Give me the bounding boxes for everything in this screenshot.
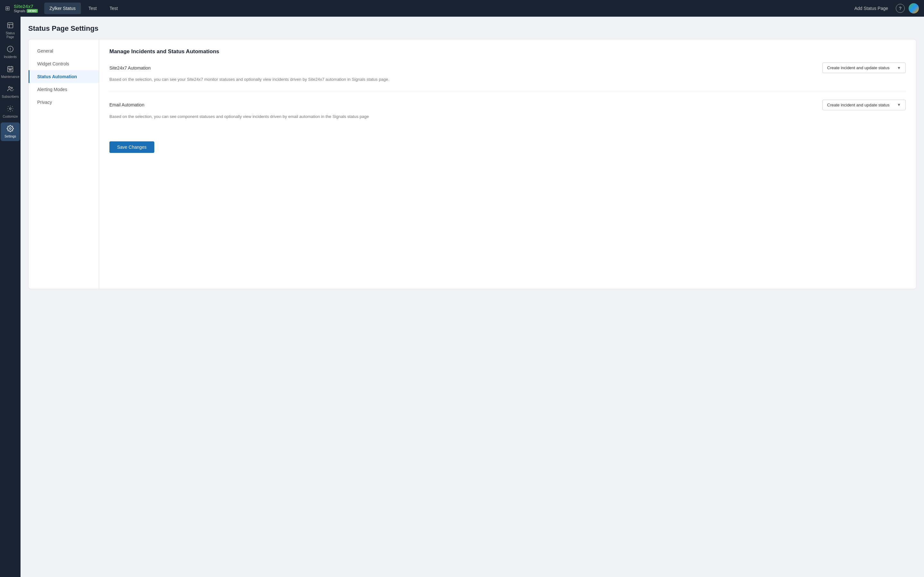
- brand-name: Site24x7: [14, 4, 38, 9]
- sidebar-item-label: Settings: [5, 135, 16, 139]
- nav-tab-test1[interactable]: Test: [83, 3, 102, 14]
- sidebar: Status Page ! Incidents Maintenance Subs…: [0, 17, 21, 577]
- svg-text:!: !: [10, 47, 11, 52]
- save-area: Save Changes: [110, 135, 906, 153]
- brand: Site24x7 Signals DEMO: [14, 4, 38, 13]
- nav-tab-zylker[interactable]: Zylker Status: [44, 3, 81, 14]
- automation-header: Email Automation Create incident and upd…: [110, 100, 906, 110]
- sidebar-item-label: Incidents: [4, 55, 17, 59]
- sidebar-item-settings[interactable]: Settings: [1, 122, 20, 141]
- settings-nav-status-automation[interactable]: Status Automation: [29, 70, 99, 83]
- nav-right: Add Status Page ?: [851, 3, 919, 13]
- customize-icon: [7, 105, 14, 114]
- site24x7-automation-row: Site24x7 Automation Create incident and …: [110, 63, 906, 83]
- email-select-value: Create incident and update status: [827, 103, 889, 107]
- add-status-page-button[interactable]: Add Status Page: [851, 4, 892, 13]
- avatar[interactable]: [909, 3, 919, 13]
- settings-nav-privacy[interactable]: Privacy: [29, 96, 99, 109]
- sidebar-item-incidents[interactable]: ! Incidents: [1, 43, 20, 61]
- divider: [110, 92, 906, 92]
- sidebar-item-subscribers[interactable]: Subscribers: [1, 83, 20, 101]
- automation-header: Site24x7 Automation Create incident and …: [110, 63, 906, 73]
- email-automation-label: Email Automation: [110, 102, 144, 107]
- settings-content: Manage Incidents and Status Automations …: [99, 39, 916, 289]
- nav-tab-test2[interactable]: Test: [104, 3, 123, 14]
- sidebar-item-label: Subscribers: [2, 95, 19, 99]
- maintenance-icon: [7, 65, 14, 74]
- site24x7-automation-select[interactable]: Create incident and update status ▼: [822, 63, 906, 73]
- settings-icon: [7, 125, 14, 134]
- section-title: Manage Incidents and Status Automations: [110, 48, 906, 55]
- settings-nav-general[interactable]: General: [29, 45, 99, 57]
- email-automation-desc: Based on the selection, you can see comp…: [110, 113, 906, 120]
- svg-point-13: [11, 87, 13, 89]
- site24x7-automation-desc: Based on the selection, you can see your…: [110, 76, 906, 83]
- chevron-down-icon: ▼: [897, 66, 901, 70]
- sidebar-item-maintenance[interactable]: Maintenance: [1, 63, 20, 81]
- svg-point-14: [9, 108, 11, 110]
- site24x7-automation-label: Site24x7 Automation: [110, 65, 150, 71]
- subscribers-icon: [7, 85, 14, 94]
- email-automation-select[interactable]: Create incident and update status ▼: [822, 100, 906, 110]
- incidents-icon: !: [7, 45, 14, 54]
- chevron-down-icon: ▼: [897, 103, 901, 107]
- svg-point-12: [9, 87, 11, 89]
- top-nav: ⊞ Site24x7 Signals DEMO Zylker Status Te…: [0, 0, 924, 17]
- status-page-icon: [7, 22, 14, 31]
- sidebar-item-status-page[interactable]: Status Page: [1, 19, 20, 42]
- sidebar-item-label: Maintenance: [1, 75, 19, 79]
- site24x7-select-value: Create incident and update status: [827, 65, 889, 70]
- grid-icon[interactable]: ⊞: [5, 5, 10, 12]
- main-content: Status Page Settings General Widget Cont…: [21, 17, 924, 577]
- svg-rect-0: [8, 23, 13, 28]
- settings-nav: General Widget Controls Status Automatio…: [29, 39, 99, 289]
- settings-nav-alerting-modes[interactable]: Alerting Modes: [29, 83, 99, 96]
- svg-point-15: [9, 127, 11, 129]
- sidebar-item-label: Customize: [3, 115, 18, 119]
- save-changes-button[interactable]: Save Changes: [110, 141, 154, 153]
- page-title: Status Page Settings: [28, 24, 916, 33]
- svg-point-11: [11, 69, 11, 70]
- help-button[interactable]: ?: [896, 4, 905, 13]
- settings-card: General Widget Controls Status Automatio…: [28, 39, 916, 289]
- sidebar-item-label: Status Page: [2, 31, 19, 39]
- sidebar-item-customize[interactable]: Customize: [1, 103, 20, 121]
- demo-badge: DEMO: [27, 9, 38, 13]
- brand-sub: Signals DEMO: [14, 9, 38, 13]
- email-automation-row: Email Automation Create incident and upd…: [110, 100, 906, 120]
- settings-nav-widget-controls[interactable]: Widget Controls: [29, 57, 99, 70]
